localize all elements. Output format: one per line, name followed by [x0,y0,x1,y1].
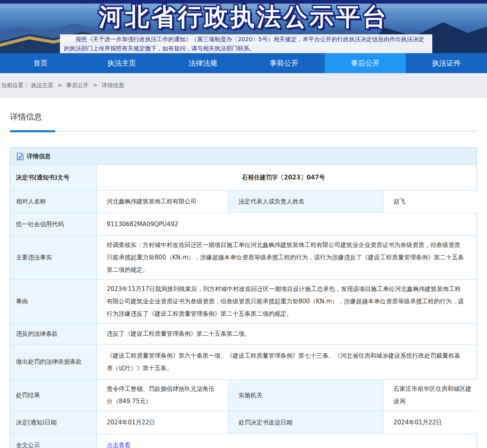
legal-basis-label: 做出处罚的法律依据条款 [10,344,96,379]
row-legal-basis: 做出处罚的法律依据条款 《建设工程质量管理条例》第六十条第一项、《建设工程质量管… [10,344,477,379]
delivery-date-label: 处罚决定书送达日期 [228,411,383,434]
full-text-cell: 点击查看 [96,434,477,448]
nav-item-certificates[interactable]: 执法证件 [406,53,487,73]
party-name-value: 河北鑫枫伟建筑装饰工程有限公司 [96,191,228,213]
decision-date-label: 决定(通知)日期 [10,411,96,434]
nav-item-post-disclosure[interactable]: 事后公开 [325,53,406,73]
detail-table-title: 详情信息 [27,153,51,160]
penalty-result-value: 责令停工整顿、罚款捌佰肆拾玖元柒角伍分（849.75元） [96,380,228,411]
detail-table-header: 详情信息 [10,148,477,165]
violated-clause-value: 违反了《建设工程质量管理条例》第二十五条第二项。 [96,324,477,344]
illegal-facts-label: 主要违法事实 [10,236,96,279]
decision-date-value: 2024年01月22日 [96,411,228,434]
row-decision-date: 决定(通知)日期 2024年01月22日 处罚决定书送达日期 2024年01月2… [10,411,477,434]
site-banner: 河北省行政执法公示平台 按照《关于进一步加强行政执法工作的通知》（冀三项制度办〔… [0,0,487,53]
enforcing-agency-value: 石家庄市裕华区住房和城区建设局 [383,380,477,411]
full-text-label: 全文公示 [10,434,96,448]
row-full-text: 全文公示 点击查看 [10,434,477,448]
row-violated-clause: 违反的法律条款 违反了《建设工程质量管理条例》第二十五条第二项。 [10,323,477,344]
violated-clause-label: 违反的法律条款 [10,324,96,344]
enforcing-agency-label: 实施机关 [228,380,383,411]
breadcrumb-bar: 当前位置： 执法主页 > 事后公开 > 详情信息 [0,73,487,98]
nav-item-enforcement-home[interactable]: 执法主页 [81,53,162,73]
main-nav: 首页 执法主页 法律法规 事前公开 事后公开 执法证件 [0,53,487,73]
cause-value: 2023年11月17日我局接到线索后，到方村城中村改造回迁区一期项目设计施工总承… [96,280,477,323]
breadcrumb-post-disclosure[interactable]: 事后公开 [66,82,89,88]
nav-item-pre-disclosure[interactable]: 事前公开 [244,53,325,73]
row-penalty-result: 处罚结果 责令停工整顿、罚款捌佰肆拾玖元柒角伍分（849.75元） 实施机关 石… [10,379,477,411]
row-cause: 事由 2023年11月17日我局接到线索后，到方村城中村改造回迁区一期项目设计施… [10,279,477,323]
breadcrumb-separator: > [93,82,98,88]
breadcrumb-enforcement-home[interactable]: 执法主页 [31,82,53,88]
doc-number-value: 石裕住建罚字〔2023〕047号 [96,165,477,190]
row-credit-code: 统一社会信用代码 91130682MA09QPU492 [10,213,477,235]
breadcrumb-prefix: 当前位置： [1,82,29,88]
row-illegal-facts: 主要违法事实 经调查核实：方村城中村改造回迁区一期项目施工单位河北鑫枫伟建筑装饰… [10,235,477,279]
credit-code-label: 统一社会信用代码 [10,213,96,235]
penalty-result-label: 处罚结果 [10,380,96,411]
title-underline [10,130,477,132]
breadcrumb: 当前位置： 执法主页 > 事后公开 > 详情信息 [0,82,124,89]
row-doc-number: 决定书(通知书)文号 石裕住建罚字〔2023〕047号 [10,165,477,190]
party-name-label: 相对人名称 [10,191,96,213]
banner-notice-text: 按照《关于进一步加强行政执法工作的通知》（冀三项制度办〔2020〕5号）相关规定… [60,34,432,53]
view-full-text-link[interactable]: 点击查看 [107,439,131,448]
nav-item-home[interactable]: 首页 [0,53,81,73]
nav-item-laws[interactable]: 法律法规 [162,53,243,73]
breadcrumb-separator: > [58,82,62,88]
illegal-facts-value: 经调查核实：方村城中村改造回迁区一期项目施工单位河北鑫枫伟建筑装饰工程有限公司建… [96,236,477,279]
breadcrumb-detail: 详情信息 [102,82,124,88]
legal-rep-value: 赵飞 [383,191,477,213]
document-icon [17,153,24,160]
detail-table: 详情信息 决定书(通知书)文号 石裕住建罚字〔2023〕047号 相对人名称 河… [10,147,477,448]
doc-number-label: 决定书(通知书)文号 [10,165,96,190]
delivery-date-value: 2024年01月22日 [383,411,477,434]
site-title: 河北省行政执法公示平台 [0,0,487,34]
page-head: 详情信息 [0,98,487,132]
cause-label: 事由 [10,280,96,323]
row-party: 相对人名称 河北鑫枫伟建筑装饰工程有限公司 法定代表人或负责人姓名 赵飞 [10,190,477,213]
page-title: 详情信息 [10,112,477,122]
legal-basis-value: 《建设工程质量管理条例》第六十条第一项、《建设工程质量管理条例》第七十三条、《河… [96,344,477,379]
credit-code-value: 91130682MA09QPU492 [96,213,477,235]
legal-rep-label: 法定代表人或负责人姓名 [228,191,383,213]
